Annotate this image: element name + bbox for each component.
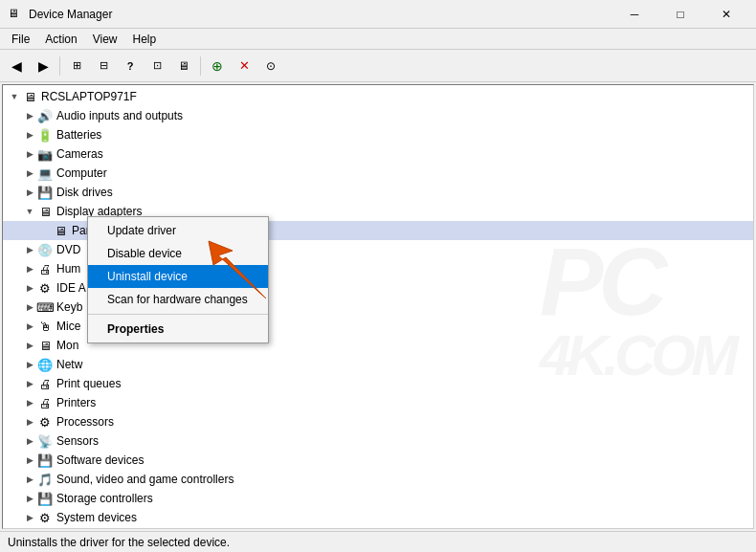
list-item[interactable]: ▶ 🔌 Universal Serial Bus controllers xyxy=(3,527,753,529)
tree-area[interactable]: PC 4K.COM ▼ 🖥 RCSLAPTOP971F ▶ 🔊 Audio in… xyxy=(2,84,754,529)
list-item[interactable]: ▶ 📡 Sensors xyxy=(3,431,753,451)
list-item[interactable]: ▶ 💾 Disk drives xyxy=(3,183,753,202)
toolbar-separator-1 xyxy=(59,56,60,76)
software-device-icon: 💾 xyxy=(37,453,53,468)
menu-action[interactable]: Action xyxy=(37,31,84,48)
list-item[interactable]: ▶ 🔊 Audio inputs and outputs xyxy=(3,106,753,125)
monitor-icon: 🖥 xyxy=(37,338,53,353)
toolbar-scan[interactable]: ⊟ xyxy=(91,54,116,78)
expand-icon: ▶ xyxy=(22,338,37,353)
expand-icon: ▶ xyxy=(22,472,37,487)
item-label: Computer xyxy=(56,166,107,180)
minimize-button[interactable]: ─ xyxy=(612,0,656,29)
list-item[interactable]: ▶ 🎵 Sound, video and game controllers xyxy=(3,470,753,489)
toolbar-separator-2 xyxy=(200,56,201,76)
root-label: RCSLAPTOP971F xyxy=(41,90,137,103)
context-menu-uninstall-device[interactable]: Uninstall device xyxy=(88,265,268,288)
window-title: Device Manager xyxy=(29,8,612,21)
toolbar-back[interactable]: ◀ xyxy=(4,54,29,78)
context-menu: Update driver Disable device Uninstall d… xyxy=(87,216,269,343)
item-label: Cameras xyxy=(56,147,103,161)
sound-icon: 🎵 xyxy=(37,472,53,487)
status-text: Uninstalls the driver for the selected d… xyxy=(8,536,230,549)
item-label: Disk drives xyxy=(56,186,113,199)
list-item[interactable]: ▶ 🖨 Print queues xyxy=(3,374,753,393)
item-label: Print queues xyxy=(56,377,121,390)
item-label: Audio inputs and outputs xyxy=(56,109,183,122)
toolbar-properties[interactable]: ⊞ xyxy=(64,54,89,78)
toolbar-update[interactable]: ⊙ xyxy=(258,54,283,78)
ide-icon: ⚙ xyxy=(37,280,53,296)
storage-icon: 💾 xyxy=(37,491,53,506)
expand-icon xyxy=(37,223,53,238)
processor-icon: ⚙ xyxy=(37,414,53,430)
keyboard-icon: ⌨ xyxy=(37,299,53,315)
context-menu-scan-hardware[interactable]: Scan for hardware changes xyxy=(88,288,268,311)
item-label: Mon xyxy=(56,339,78,352)
status-bar: Uninstalls the driver for the selected d… xyxy=(0,531,756,552)
close-button[interactable]: ✕ xyxy=(704,0,748,29)
printer-icon: 🖨 xyxy=(37,395,53,410)
list-item[interactable]: ▶ 💾 Storage controllers xyxy=(3,489,753,508)
item-label: Hum xyxy=(56,262,80,276)
audio-icon: 🔊 xyxy=(37,108,53,123)
item-label: DVD xyxy=(56,243,80,256)
list-item[interactable]: ▶ 💻 Computer xyxy=(3,164,753,183)
list-item[interactable]: ▶ 🌐 Netw xyxy=(3,355,753,374)
window-controls: ─ □ ✕ xyxy=(612,0,748,29)
context-menu-properties[interactable]: Properties xyxy=(88,318,268,341)
menu-bar: File Action View Help xyxy=(0,29,756,50)
toolbar-remove[interactable]: ✕ xyxy=(232,54,256,78)
expand-icon: ▶ xyxy=(22,280,37,296)
item-label: Netw xyxy=(56,358,82,371)
item-label: System devices xyxy=(56,511,137,524)
expand-icon: ▼ xyxy=(22,204,37,219)
item-label: Sensors xyxy=(56,434,99,448)
toolbar-add[interactable]: ⊕ xyxy=(205,54,230,78)
print-queue-icon: 🖨 xyxy=(37,376,53,391)
tree-root[interactable]: ▼ 🖥 RCSLAPTOP971F xyxy=(3,87,753,106)
expand-icon: ▶ xyxy=(22,108,37,123)
list-item[interactable]: ▶ 🔋 Batteries xyxy=(3,125,753,144)
expand-icon: ▶ xyxy=(22,127,37,143)
list-item[interactable]: ▶ 💾 Software devices xyxy=(3,451,753,470)
list-item[interactable]: ▶ ⚙ Processors xyxy=(3,412,753,431)
expand-icon: ▶ xyxy=(22,510,37,525)
expand-icon: ▶ xyxy=(22,261,37,276)
disk-icon: 💾 xyxy=(37,185,53,200)
expand-icon: ▶ xyxy=(22,185,37,200)
expand-root-icon: ▼ xyxy=(7,89,22,104)
computer-icon: 🖥 xyxy=(22,89,37,104)
dvd-icon: 💿 xyxy=(37,242,53,257)
hum-icon: 🖨 xyxy=(37,261,53,276)
toolbar-computer[interactable]: ⊡ xyxy=(145,54,169,78)
main-area: PC 4K.COM ▼ 🖥 RCSLAPTOP971F ▶ 🔊 Audio in… xyxy=(0,82,756,531)
context-menu-update-driver[interactable]: Update driver xyxy=(88,219,268,242)
computer-icon: 💻 xyxy=(37,166,53,181)
expand-icon: ▶ xyxy=(22,166,37,181)
title-bar: 🖥 Device Manager ─ □ ✕ xyxy=(0,0,756,29)
item-label: Processors xyxy=(56,415,114,429)
menu-view[interactable]: View xyxy=(85,31,125,48)
menu-file[interactable]: File xyxy=(4,31,37,48)
expand-icon: ▶ xyxy=(22,319,37,334)
list-item[interactable]: ▶ 📷 Cameras xyxy=(3,144,753,164)
context-menu-disable-device[interactable]: Disable device xyxy=(88,242,268,265)
list-item[interactable]: ▶ 🖨 Printers xyxy=(3,393,753,412)
expand-icon: ▶ xyxy=(22,491,37,506)
battery-icon: 🔋 xyxy=(37,127,53,143)
context-menu-separator xyxy=(88,314,268,315)
item-label: Mice xyxy=(56,320,80,333)
toolbar-help[interactable]: ? xyxy=(118,54,143,78)
toolbar-monitor[interactable]: 🖥 xyxy=(171,54,196,78)
network-icon: 🌐 xyxy=(37,357,53,372)
expand-icon: ▶ xyxy=(22,376,37,391)
adapter-icon: 🖥 xyxy=(53,223,68,238)
item-label: Software devices xyxy=(56,453,144,467)
menu-help[interactable]: Help xyxy=(125,31,165,48)
list-item[interactable]: ▶ ⚙ System devices xyxy=(3,508,753,527)
item-label: IDE A xyxy=(56,281,86,295)
display-icon: 🖥 xyxy=(37,204,53,219)
maximize-button[interactable]: □ xyxy=(658,0,702,29)
toolbar-forward[interactable]: ▶ xyxy=(31,54,56,78)
